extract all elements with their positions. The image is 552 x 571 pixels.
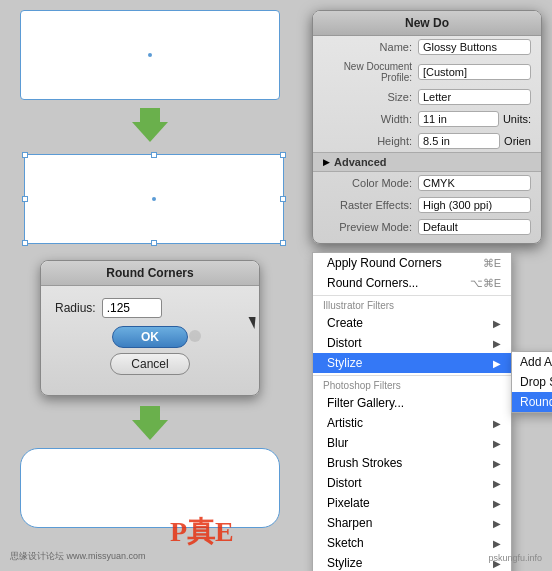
blur-arrow-icon: ▶ bbox=[493, 438, 501, 449]
filter-gallery-label: Filter Gallery... bbox=[327, 396, 404, 410]
width-row: Width: 11 in Units: bbox=[313, 108, 541, 130]
sketch-item[interactable]: Sketch ▶ bbox=[313, 533, 511, 553]
stylize2-label: Stylize bbox=[327, 556, 362, 570]
triangle-icon: ▶ bbox=[323, 157, 330, 167]
pe-logo-watermark: P真E bbox=[170, 513, 234, 551]
blur-label: Blur bbox=[327, 436, 348, 450]
arrow-1 bbox=[10, 108, 290, 142]
name-row: Name: Glossy Buttons bbox=[313, 36, 541, 58]
round-shortcut: ⌥⌘E bbox=[470, 277, 501, 290]
height-row: Height: 8.5 in Orien bbox=[313, 130, 541, 152]
artistic-label: Artistic bbox=[327, 416, 363, 430]
color-label: Color Mode: bbox=[323, 177, 418, 189]
ok-button[interactable]: OK bbox=[112, 326, 188, 348]
stylize-label: Stylize bbox=[327, 356, 362, 370]
new-doc-dialog: New Do Name: Glossy Buttons New Document… bbox=[312, 10, 542, 244]
filter-gallery-item[interactable]: Filter Gallery... bbox=[313, 393, 511, 413]
preview-label: Preview Mode: bbox=[323, 221, 418, 233]
size-row: Size: Letter bbox=[313, 86, 541, 108]
round-corners-item[interactable]: Round Corners... ⌥⌘E bbox=[313, 273, 511, 293]
cancel-button[interactable]: Cancel bbox=[110, 353, 189, 375]
stylize-submenu: Add Arrowhe... Drop Shadow Round Corne..… bbox=[511, 351, 552, 413]
left-column: Round Corners Radius: OK Cancel bbox=[10, 10, 290, 528]
right-column: New Do Name: Glossy Buttons New Document… bbox=[312, 10, 542, 571]
name-value: Glossy Buttons bbox=[418, 39, 531, 55]
distort-item[interactable]: Distort ▶ bbox=[313, 333, 511, 353]
width-value: 11 in bbox=[418, 111, 499, 127]
pixelate-item[interactable]: Pixelate ▶ bbox=[313, 493, 511, 513]
radius-label: Radius: bbox=[55, 301, 96, 315]
create-label: Create bbox=[327, 316, 363, 330]
illustrator-filters-label: Illustrator Filters bbox=[313, 298, 511, 313]
pixelate-arrow-icon: ▶ bbox=[493, 498, 501, 509]
advanced-section: ▶ Advanced bbox=[313, 152, 541, 172]
profile-label: New Document Profile: bbox=[323, 61, 418, 83]
radius-row: Radius: bbox=[55, 298, 245, 318]
separator-1 bbox=[313, 295, 511, 296]
handle-tm bbox=[151, 152, 157, 158]
sketch-arrow-icon: ▶ bbox=[493, 538, 501, 549]
advanced-label: Advanced bbox=[334, 156, 387, 168]
handle-br bbox=[280, 240, 286, 246]
height-value: 8.5 in bbox=[418, 133, 500, 149]
stylize-item[interactable]: Stylize ▶ Add Arrowhe... Drop Shadow Rou… bbox=[313, 353, 511, 373]
round-corners-dialog: Round Corners Radius: OK Cancel bbox=[40, 260, 260, 396]
raster-value: High (300 ppi) bbox=[418, 197, 531, 213]
profile-row: New Document Profile: [Custom] bbox=[313, 58, 541, 86]
blur-item[interactable]: Blur ▶ bbox=[313, 433, 511, 453]
rect-top bbox=[20, 10, 280, 100]
units-label: Units: bbox=[503, 113, 531, 125]
rect-rounded bbox=[20, 448, 280, 528]
drop-shadow-item[interactable]: Drop Shadow bbox=[512, 372, 552, 392]
radius-input[interactable] bbox=[102, 298, 162, 318]
dialog-title: Round Corners bbox=[41, 261, 259, 286]
handle-ml bbox=[22, 196, 28, 202]
context-menu: Apply Round Corners ⌘E Round Corners... … bbox=[312, 252, 512, 571]
handle-bl bbox=[22, 240, 28, 246]
dialog-buttons: OK Cancel bbox=[55, 326, 245, 385]
distort-label: Distort bbox=[327, 336, 362, 350]
create-item[interactable]: Create ▶ bbox=[313, 313, 511, 333]
artistic-arrow-icon: ▶ bbox=[493, 418, 501, 429]
center-dot-2 bbox=[152, 197, 156, 201]
distort2-item[interactable]: Distort ▶ bbox=[313, 473, 511, 493]
separator-2 bbox=[313, 375, 511, 376]
size-label: Size: bbox=[323, 91, 418, 103]
stylize-arrow-icon: ▶ bbox=[493, 358, 501, 369]
sharpen-arrow-icon: ▶ bbox=[493, 518, 501, 529]
apply-round-corners-item[interactable]: Apply Round Corners ⌘E bbox=[313, 253, 511, 273]
size-value: Letter bbox=[418, 89, 531, 105]
name-label: Name: bbox=[323, 41, 418, 53]
new-doc-title: New Do bbox=[313, 11, 541, 36]
context-menu-wrapper: Apply Round Corners ⌘E Round Corners... … bbox=[312, 252, 542, 571]
brush-strokes-label: Brush Strokes bbox=[327, 456, 402, 470]
color-row: Color Mode: CMYK bbox=[313, 172, 541, 194]
round-corners-label: Round Corners... bbox=[327, 276, 418, 290]
sketch-label: Sketch bbox=[327, 536, 364, 550]
pixelate-label: Pixelate bbox=[327, 496, 370, 510]
watermark-right: pskungfu.info bbox=[488, 553, 542, 563]
distort2-label: Distort bbox=[327, 476, 362, 490]
color-value: CMYK bbox=[418, 175, 531, 191]
round-corners-sub-item[interactable]: Round Corne... bbox=[512, 392, 552, 412]
artistic-item[interactable]: Artistic ▶ bbox=[313, 413, 511, 433]
brush-arrow-icon: ▶ bbox=[493, 458, 501, 469]
handle-tl bbox=[22, 152, 28, 158]
preview-value: Default bbox=[418, 219, 531, 235]
rect-selected bbox=[24, 154, 284, 244]
center-dot bbox=[148, 53, 152, 57]
profile-value: [Custom] bbox=[418, 64, 531, 80]
orient-label: Orien bbox=[504, 135, 531, 147]
arrow-2 bbox=[10, 406, 290, 440]
brush-strokes-item[interactable]: Brush Strokes ▶ bbox=[313, 453, 511, 473]
add-arrowhead-item[interactable]: Add Arrowhe... bbox=[512, 352, 552, 372]
apply-round-corners-label: Apply Round Corners bbox=[327, 256, 442, 270]
apply-shortcut: ⌘E bbox=[483, 257, 501, 270]
raster-row: Raster Effects: High (300 ppi) bbox=[313, 194, 541, 216]
create-arrow-icon: ▶ bbox=[493, 318, 501, 329]
sharpen-item[interactable]: Sharpen ▶ bbox=[313, 513, 511, 533]
distort2-arrow-icon: ▶ bbox=[493, 478, 501, 489]
preview-row: Preview Mode: Default bbox=[313, 216, 541, 243]
handle-mr bbox=[280, 196, 286, 202]
stylize2-item[interactable]: Stylize ▶ bbox=[313, 553, 511, 571]
